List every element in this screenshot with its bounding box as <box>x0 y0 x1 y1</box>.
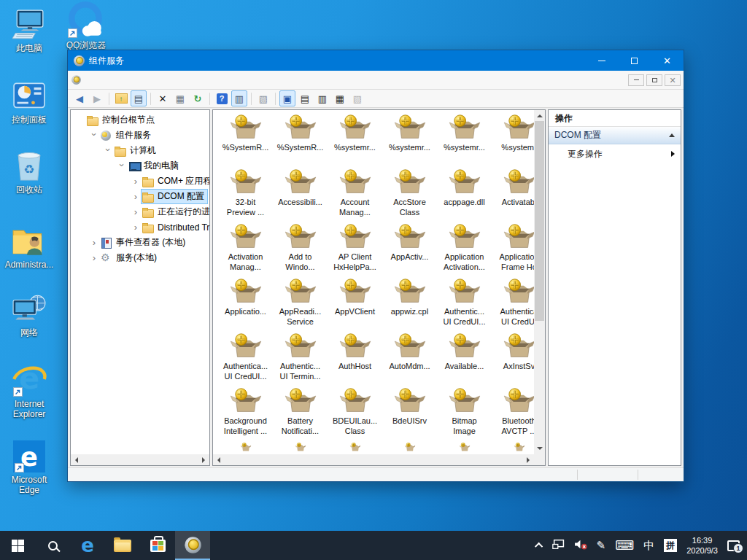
scroll-right-button[interactable] <box>198 454 209 465</box>
scrollbar-thumb[interactable] <box>535 121 544 321</box>
menu-item[interactable] <box>131 77 143 83</box>
dcom-component-item[interactable]: AppVClient <box>328 279 382 333</box>
dcom-component-item[interactable] <box>218 443 273 452</box>
toolbar-button[interactable] <box>314 90 330 106</box>
desktop-icon-control-panel[interactable]: 控制面板 <box>1 76 57 125</box>
dcom-component-item[interactable]: AP Client HxHelpPa... <box>328 224 382 279</box>
tree-horizontal-scrollbar[interactable] <box>71 454 209 465</box>
tree-node[interactable]: 服务(本地) <box>71 250 209 265</box>
menu-item[interactable] <box>108 77 120 83</box>
dcom-component-item[interactable]: Applicatio... <box>218 279 273 333</box>
menu-item[interactable] <box>120 77 131 83</box>
toolbar-button[interactable] <box>155 90 171 106</box>
expander-icon[interactable] <box>89 237 99 248</box>
dcom-component-item[interactable]: Authentic... UI CredUI... <box>437 279 492 333</box>
child-close-button[interactable]: ✕ <box>665 74 681 86</box>
toolbar-button[interactable] <box>113 90 129 106</box>
toolbar-button[interactable] <box>109 93 109 105</box>
tray-keyboard-icon[interactable]: ⌨ <box>615 540 634 551</box>
minimize-button[interactable] <box>585 50 618 71</box>
taskbar-edge-button[interactable]: e <box>70 531 105 560</box>
dcom-component-item[interactable]: appwiz.cpl <box>382 279 437 333</box>
titlebar[interactable]: 组件服务 ✕ <box>68 50 684 71</box>
dcom-component-item[interactable]: AuthHost <box>328 333 382 388</box>
expander-icon[interactable] <box>103 145 113 156</box>
expander-icon[interactable] <box>89 130 99 141</box>
dcom-component-item[interactable]: Account Manag... <box>328 169 382 224</box>
expander-icon[interactable] <box>131 206 141 217</box>
desktop-icon-recycle-bin[interactable]: ♻ 回收站 <box>1 146 57 195</box>
maximize-button[interactable] <box>618 50 651 71</box>
dcom-component-item[interactable]: %systemr... <box>328 114 382 169</box>
expander-icon[interactable] <box>131 222 141 233</box>
desktop-icon-microsoft-edge[interactable]: e Microsoft Edge <box>1 436 57 495</box>
start-button[interactable] <box>0 531 35 560</box>
scroll-up-button[interactable] <box>534 110 545 121</box>
dcom-component-item[interactable]: Add to Windo... <box>273 224 328 279</box>
taskbar-file-explorer-button[interactable] <box>105 531 140 560</box>
toolbar-button[interactable] <box>251 93 252 105</box>
tray-pen-icon[interactable]: ✎ <box>597 539 606 552</box>
scroll-left-button[interactable] <box>71 454 82 465</box>
dcom-component-item[interactable]: AccStore Class <box>382 169 437 224</box>
list-vertical-scrollbar[interactable] <box>534 110 545 454</box>
desktop-icon-qq-browser[interactable]: QQ浏览器 <box>63 1 109 50</box>
expander-icon[interactable] <box>131 176 141 187</box>
search-button[interactable] <box>35 531 70 560</box>
dcom-component-item[interactable]: BdeUISrv <box>382 388 437 443</box>
tree-node[interactable]: 事件查看器 (本地) <box>71 235 209 250</box>
expander-icon[interactable] <box>131 191 141 202</box>
child-minimize-button[interactable] <box>628 74 644 86</box>
clock[interactable]: 16:39 2020/9/3 <box>686 535 718 556</box>
taskbar-component-services-button[interactable] <box>175 531 210 560</box>
dcom-component-item[interactable]: acppage.dll <box>437 169 492 224</box>
expander-icon[interactable] <box>117 160 127 171</box>
toolbar-button[interactable] <box>279 90 295 106</box>
dcom-component-item[interactable]: %SystemR... <box>218 114 273 169</box>
dcom-component-item[interactable]: Authentic... UI Termin... <box>273 333 328 388</box>
desktop-icon-network[interactable]: 网络 <box>1 289 57 338</box>
close-button[interactable]: ✕ <box>651 50 684 71</box>
toolbar-button[interactable] <box>297 90 313 106</box>
toolbar-button[interactable] <box>89 90 105 106</box>
tree-node[interactable]: Distributed Trar <box>71 219 209 235</box>
tree-node[interactable]: 组件服务 <box>71 128 209 143</box>
collapse-icon[interactable] <box>669 133 675 137</box>
desktop-icon-internet-explorer[interactable]: e Internet Explorer <box>1 360 57 419</box>
menu-item[interactable] <box>85 77 96 83</box>
toolbar-button[interactable] <box>332 90 348 106</box>
desktop-icon-admin-folder[interactable]: Administra... <box>0 221 58 270</box>
tray-chevron-icon[interactable] <box>535 542 543 551</box>
dcom-component-item[interactable]: Battery Notificati... <box>273 388 328 443</box>
tree-node[interactable]: COM+ 应用程序 <box>71 174 209 189</box>
scroll-down-button[interactable] <box>534 443 545 454</box>
toolbar-button[interactable] <box>349 90 365 106</box>
actions-group-dcom[interactable]: DCOM 配置 <box>549 127 681 144</box>
child-restore-button[interactable] <box>646 74 662 86</box>
taskbar-store-button[interactable] <box>140 531 175 560</box>
ime-layout-indicator[interactable]: 拼 <box>664 539 677 552</box>
toolbar-button[interactable] <box>172 90 188 106</box>
dcom-component-item[interactable]: Background Intelligent ... <box>218 388 273 443</box>
ime-mode-indicator[interactable]: 中 <box>643 539 654 553</box>
tree-node[interactable]: DCOM 配置 <box>71 189 209 204</box>
menu-item[interactable] <box>96 77 108 83</box>
toolbar-button[interactable] <box>131 90 147 106</box>
scroll-left-button[interactable] <box>213 454 224 465</box>
dcom-component-item[interactable] <box>382 443 437 452</box>
toolbar-button[interactable] <box>231 90 247 106</box>
dcom-component-item[interactable]: Application Activation... <box>437 224 492 279</box>
toolbar-button[interactable] <box>150 93 151 105</box>
toolbar-button[interactable] <box>214 90 230 106</box>
dcom-component-item[interactable]: Authentica... UI CredUI... <box>218 333 273 388</box>
toolbar-button[interactable] <box>190 90 206 106</box>
tree-node[interactable]: 控制台根节点 <box>71 112 209 128</box>
dcom-component-item[interactable]: AutoMdm... <box>382 333 437 388</box>
dcom-component-item[interactable]: AppReadi... Service <box>273 279 328 333</box>
dcom-component-item[interactable] <box>273 443 328 452</box>
toolbar-button[interactable] <box>209 93 210 105</box>
tray-network-icon[interactable] <box>552 539 565 552</box>
tree-node[interactable]: 我的电脑 <box>71 158 209 174</box>
dcom-component-item[interactable]: Bitmap Image <box>437 388 492 443</box>
dcom-component-item[interactable]: 32-bit Preview ... <box>218 169 273 224</box>
